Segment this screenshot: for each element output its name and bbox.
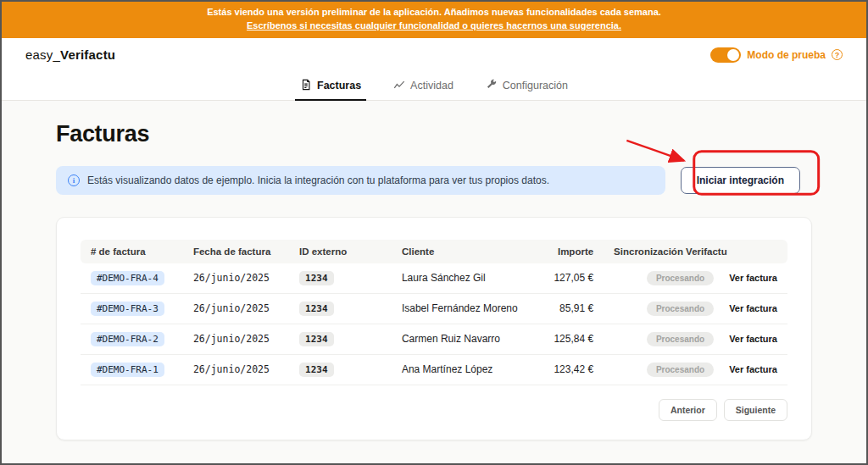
- table-row: #DEMO-FRA-2 26/junio/2025 1234 Carmen Ru…: [81, 324, 787, 355]
- invoice-date: 26/junio/2025: [183, 355, 289, 385]
- sync-cell: Procesando Ver factura: [614, 363, 777, 377]
- tab-label: Actividad: [410, 80, 453, 91]
- tab-configuracion[interactable]: Configuración: [474, 72, 580, 100]
- preview-banner: Estás viendo una versión preliminar de l…: [2, 2, 866, 38]
- tab-label: Facturas: [317, 80, 361, 91]
- app-header: easy_Verifactu Modo de prueba ?: [2, 38, 866, 72]
- status-badge: Procesando: [647, 271, 714, 285]
- test-mode-label: Modo de prueba: [747, 49, 826, 61]
- invoice-date: 26/junio/2025: [183, 263, 289, 294]
- invoice-icon: [300, 79, 312, 93]
- invoice-table-body: #DEMO-FRA-4 26/junio/2025 1234 Laura Sán…: [81, 263, 787, 385]
- invoice-amount: 125,84 €: [540, 324, 604, 355]
- status-badge: Procesando: [647, 363, 714, 377]
- info-row: i Estás visualizando datos de ejemplo. I…: [56, 166, 812, 195]
- logo-suffix: Verifactu: [60, 47, 115, 62]
- column-header-sync: Sincronización Verifactu: [604, 240, 787, 263]
- sync-cell: Procesando Ver factura: [614, 332, 777, 346]
- status-badge: Procesando: [647, 332, 714, 346]
- test-mode-toggle[interactable]: [710, 47, 741, 63]
- next-page-button[interactable]: Siguiente: [724, 399, 787, 421]
- tab-facturas[interactable]: Facturas: [288, 72, 373, 100]
- external-id-badge: 1234: [299, 302, 334, 316]
- main-content: Facturas i Estás visualizando datos de e…: [2, 101, 866, 440]
- status-badge: Procesando: [647, 302, 714, 316]
- external-id-badge: 1234: [299, 363, 334, 377]
- pagination: Anterior Siguiente: [81, 385, 787, 426]
- invoice-date: 26/junio/2025: [183, 324, 289, 355]
- table-row: #DEMO-FRA-4 26/junio/2025 1234 Laura Sán…: [81, 263, 787, 294]
- invoices-card: # de factura Fecha de factura ID externo…: [56, 217, 812, 440]
- table-header: # de factura Fecha de factura ID externo…: [81, 240, 787, 263]
- preview-banner-text: Estás viendo una versión preliminar de l…: [2, 6, 866, 19]
- page-title: Facturas: [56, 121, 812, 147]
- test-mode-control: Modo de prueba ?: [710, 47, 843, 63]
- column-header-invoice: # de factura: [81, 240, 183, 263]
- invoice-amount: 123,42 €: [540, 355, 604, 385]
- client-name: Laura Sánchez Gil: [392, 263, 540, 294]
- view-invoice-button[interactable]: Ver factura: [729, 303, 777, 313]
- tab-label: Configuración: [503, 80, 568, 91]
- activity-icon: [393, 79, 405, 93]
- column-header-amount: Importe: [540, 240, 604, 263]
- table-row: #DEMO-FRA-1 26/junio/2025 1234 Ana Martí…: [81, 355, 787, 385]
- start-integration-button[interactable]: Iniciar integración: [681, 167, 800, 194]
- table-row: #DEMO-FRA-3 26/junio/2025 1234 Isabel Fe…: [81, 294, 787, 324]
- invoice-amount: 85,91 €: [540, 294, 604, 324]
- column-header-external-id: ID externo: [289, 240, 392, 263]
- main-nav: Facturas Actividad Configuración: [2, 72, 866, 101]
- invoice-number-badge: #DEMO-FRA-2: [91, 332, 164, 346]
- client-name: Isabel Fernández Moreno: [392, 294, 540, 324]
- demo-data-banner: i Estás visualizando datos de ejemplo. I…: [56, 166, 665, 195]
- tab-actividad[interactable]: Actividad: [381, 72, 465, 100]
- contact-link[interactable]: Escríbenos si necesitas cualquier funcio…: [2, 19, 866, 33]
- invoice-date: 26/junio/2025: [183, 294, 289, 324]
- sync-cell: Procesando Ver factura: [614, 271, 777, 285]
- column-header-date: Fecha de factura: [183, 240, 289, 263]
- wrench-icon: [486, 79, 498, 93]
- view-invoice-button[interactable]: Ver factura: [729, 364, 777, 374]
- sync-cell: Procesando Ver factura: [614, 302, 777, 316]
- external-id-badge: 1234: [299, 271, 334, 285]
- app-window: Estás viendo una versión preliminar de l…: [0, 0, 868, 465]
- client-name: Carmen Ruiz Navarro: [392, 324, 540, 355]
- demo-data-banner-text: Estás visualizando datos de ejemplo. Ini…: [87, 174, 549, 186]
- column-header-client: Cliente: [392, 240, 540, 263]
- app-logo: easy_Verifactu: [25, 47, 115, 62]
- invoice-number-badge: #DEMO-FRA-4: [91, 271, 164, 285]
- invoice-number-badge: #DEMO-FRA-1: [91, 363, 164, 377]
- invoice-amount: 127,05 €: [540, 263, 604, 294]
- external-id-badge: 1234: [299, 332, 334, 346]
- info-icon: i: [68, 174, 80, 186]
- logo-prefix: easy_: [25, 47, 60, 62]
- prev-page-button[interactable]: Anterior: [659, 399, 717, 421]
- view-invoice-button[interactable]: Ver factura: [729, 334, 777, 344]
- view-invoice-button[interactable]: Ver factura: [729, 273, 777, 283]
- help-icon[interactable]: ?: [832, 49, 843, 60]
- invoices-table: # de factura Fecha de factura ID externo…: [81, 240, 787, 385]
- invoice-number-badge: #DEMO-FRA-3: [91, 302, 164, 316]
- toggle-knob: [727, 49, 739, 61]
- client-name: Ana Martínez López: [392, 355, 540, 385]
